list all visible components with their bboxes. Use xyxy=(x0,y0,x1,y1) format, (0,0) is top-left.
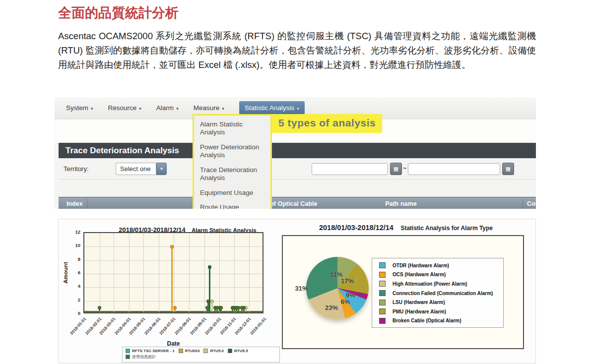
chevron-down-icon: ▾ xyxy=(91,106,93,111)
stem xyxy=(209,265,210,311)
statistic-analysis-dropdown: Alarm Statistic AnalysisPower Deteriorat… xyxy=(193,114,272,209)
legend-item: RTU5.0 xyxy=(203,349,224,353)
chart-date-range: 2018/01/03-2018/12/14 xyxy=(319,224,393,232)
date-from-input[interactable] xyxy=(312,163,388,175)
intro-paragraph: Ascentac OCAMS2000 系列之光纖監測系統 (RFTS) 的監控伺… xyxy=(58,29,536,72)
section-title-bar: Trace Deterioration Analysis xyxy=(59,143,536,158)
legend-label: Connection Failed (Communication Alarm) xyxy=(393,291,493,296)
dropdown-item[interactable]: Route Usage xyxy=(194,200,270,209)
y-tick-label: 4 xyxy=(67,283,80,289)
legend-item: OCS (Hardware Alarm) xyxy=(372,270,503,280)
legend-label: RTU5.5 xyxy=(234,349,248,353)
menu-item-system[interactable]: System▾ xyxy=(66,104,93,112)
table-header: IndexName of Optical CablePath nameCount xyxy=(59,197,536,209)
menu-item-resource[interactable]: Resource▾ xyxy=(108,104,141,112)
y-tick-label: 2 xyxy=(67,297,80,303)
legend-label: 使用信息統計 xyxy=(132,354,156,360)
pie-legend: OTDR (Hardware Alarm)OCS (Hardware Alarm… xyxy=(372,258,504,328)
legend-item: OTDR (Hardware Alarm) xyxy=(372,261,503,270)
date-to-input[interactable] xyxy=(408,163,500,175)
date-separator: ~ xyxy=(403,165,407,172)
chevron-down-icon[interactable]: ▾ xyxy=(156,163,167,175)
dropdown-item[interactable]: Power Deterioration Analysis xyxy=(194,140,270,163)
legend-swatch xyxy=(203,349,208,353)
legend-swatch xyxy=(379,262,386,268)
stem-marker xyxy=(237,306,240,309)
column-header: Path name xyxy=(385,197,416,209)
chart-legend: RFTS TSC SERVER - 1RTU003RTU5.0RTU5.5使用信… xyxy=(122,347,280,363)
legend-label: LSU (Hardware Alarm) xyxy=(393,300,445,305)
legend-item: High Attenuation (Power Alarm) xyxy=(372,279,503,289)
chart-title: 2018/01/03-2018/12/14 Statistic Analysis… xyxy=(282,223,530,232)
y-tick-label: 6 xyxy=(67,270,80,275)
stem-marker xyxy=(210,300,214,303)
legend-item: RTU003 xyxy=(179,349,200,353)
chart-name: Statistic Analysis for Alarm Type xyxy=(400,225,493,232)
menu-item-statistic-analysis[interactable]: Statistic Analysis▾ xyxy=(239,101,305,115)
legend-label: RTU003 xyxy=(185,349,200,353)
pie-percentage-label: 6% xyxy=(341,298,350,305)
column-divider xyxy=(523,198,523,209)
menu-item-alarm[interactable]: Alarm▾ xyxy=(156,104,179,112)
pie-percentage-label: 31% xyxy=(295,285,308,292)
y-tick-label: 10 xyxy=(67,243,80,248)
pie-percentage-label: 23% xyxy=(325,304,338,311)
legend-item: RFTS TSC SERVER - 1 xyxy=(126,349,175,353)
legend-swatch xyxy=(379,308,386,314)
legend-swatch xyxy=(379,290,386,296)
menu-item-measure[interactable]: Measure▾ xyxy=(194,104,224,112)
calendar-icon[interactable]: ▦ xyxy=(390,163,402,175)
x-axis-label: Date xyxy=(83,340,263,347)
chevron-down-icon: ▾ xyxy=(297,106,299,111)
pie-percentage-label: 17% xyxy=(341,277,354,284)
y-tick-label: 12 xyxy=(67,229,80,235)
stem-marker xyxy=(208,265,211,269)
stem-marker xyxy=(170,245,174,248)
filter-form: Territory: Select one ▾ ▦ ~ ▦ xyxy=(59,158,536,195)
legend-swatch xyxy=(126,355,130,359)
legend-swatch xyxy=(126,349,130,353)
territory-label: Territory: xyxy=(64,165,89,173)
legend-swatch xyxy=(379,281,386,287)
plot-area xyxy=(83,232,263,313)
legend-swatch xyxy=(379,318,386,324)
legend-label: RFTS TSC SERVER - 1 xyxy=(132,349,175,353)
legend-label: PMU (Hardware Alarm) xyxy=(393,309,446,314)
stem-marker xyxy=(206,300,210,303)
legend-swatch xyxy=(179,349,183,353)
territory-select[interactable]: Select one xyxy=(116,163,156,175)
chevron-down-icon: ▾ xyxy=(222,106,224,111)
charts-screenshot: 2018/01/03-2018/12/14 Alarm Statistic An… xyxy=(58,219,536,364)
alarm-type-pie-chart: 2018/01/03-2018/12/14 Statistic Analysis… xyxy=(282,219,536,364)
column-header: Index xyxy=(66,197,83,209)
y-tick-label: 0 xyxy=(67,310,80,316)
y-tick-label: 8 xyxy=(67,256,80,262)
legend-label: RTU5.0 xyxy=(210,349,224,353)
chevron-down-icon: ▾ xyxy=(139,106,141,111)
app-screenshot: System▾Resource▾Alarm▾Measure▾Statistic … xyxy=(55,97,536,209)
stem xyxy=(171,245,173,311)
stem-marker xyxy=(98,306,101,309)
chevron-down-icon: ▾ xyxy=(176,106,179,111)
legend-item: Connection Failed (Communication Alarm) xyxy=(372,289,503,298)
column-header: Count xyxy=(527,197,536,209)
pie-chart-frame: OTDR (Hardware Alarm)OCS (Hardware Alarm… xyxy=(282,235,524,349)
legend-label: High Attenuation (Power Alarm) xyxy=(393,281,467,287)
legend-swatch xyxy=(379,272,386,278)
legend-item: 使用信息統計 xyxy=(126,354,156,360)
legend-swatch xyxy=(228,349,232,353)
calendar-icon[interactable]: ▦ xyxy=(502,163,514,175)
dropdown-item[interactable]: Equipment Usage xyxy=(194,185,270,200)
column-divider xyxy=(87,198,88,209)
dropdown-item[interactable]: Trace Deterioration Analysis xyxy=(194,163,270,185)
dropdown-item[interactable]: Alarm Statistic Analysis xyxy=(194,117,270,140)
filter-row: Territory: Select one ▾ ▦ ~ ▦ xyxy=(59,158,536,180)
stem-marker xyxy=(173,306,177,309)
page: 全面的品質統計分析 Ascentac OCAMS2000 系列之光纖監測系統 (… xyxy=(0,0,590,364)
legend-swatch xyxy=(379,300,386,305)
legend-item: RTU5.5 xyxy=(228,349,248,353)
legend-item: LSU (Hardware Alarm) xyxy=(372,298,503,307)
callout-annotation: 5 types of analysis xyxy=(272,114,382,133)
legend-item: PMU (Hardware Alarm) xyxy=(372,307,503,316)
stem-marker xyxy=(219,306,223,309)
